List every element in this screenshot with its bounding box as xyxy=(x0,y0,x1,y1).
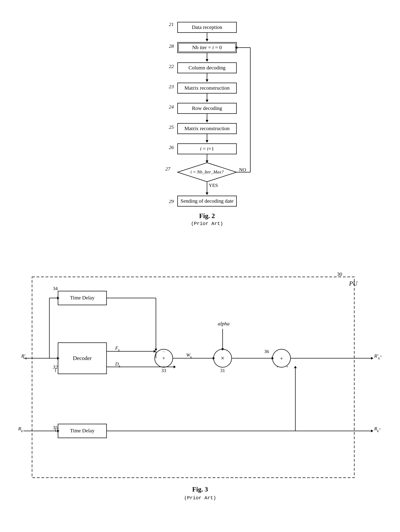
svg-text:33: 33 xyxy=(161,368,166,373)
fig2-container: 21 Data reception 28 Nb iter = i = 0 22 … xyxy=(122,10,278,256)
svg-marker-93 xyxy=(371,357,373,360)
page: 21 Data reception 28 Nb iter = i = 0 22 … xyxy=(0,0,400,532)
svg-text:28: 28 xyxy=(169,44,174,49)
svg-text:24: 24 xyxy=(169,104,174,109)
svg-text:(Prior Art): (Prior Art) xyxy=(191,221,223,226)
svg-text:Nb iter = i = 0: Nb iter = i = 0 xyxy=(192,44,222,50)
svg-text:i = i+1: i = i+1 xyxy=(200,146,214,152)
svg-marker-20 xyxy=(206,100,208,102)
svg-text:Time Delay: Time Delay xyxy=(70,428,94,433)
svg-marker-102 xyxy=(155,349,157,351)
svg-text:−: − xyxy=(162,350,165,354)
svg-text:21: 21 xyxy=(169,22,174,27)
svg-text:25: 25 xyxy=(169,124,174,130)
svg-text:NO: NO xyxy=(239,167,246,172)
svg-text:Column decoding: Column decoding xyxy=(188,65,225,70)
svg-text:YES: YES xyxy=(209,183,218,188)
svg-text:31: 31 xyxy=(220,368,225,373)
svg-text:Time Delay: Time Delay xyxy=(70,295,94,300)
svg-text:29: 29 xyxy=(169,199,174,204)
svg-text:Decoder: Decoder xyxy=(73,355,92,361)
svg-text:(Prior Art): (Prior Art) xyxy=(184,495,216,501)
svg-text:PU: PU xyxy=(349,280,358,287)
svg-text:34: 34 xyxy=(53,286,58,291)
svg-text:22: 22 xyxy=(169,64,174,69)
svg-text:Fig. 2: Fig. 2 xyxy=(199,212,215,219)
svg-marker-46 xyxy=(206,192,208,195)
svg-marker-4 xyxy=(206,39,208,42)
svg-text:+: + xyxy=(162,355,165,361)
svg-text:Row decoding: Row decoding xyxy=(192,105,222,111)
svg-text:alpha: alpha xyxy=(218,321,230,326)
svg-text:Matrix reconstruction: Matrix reconstruction xyxy=(184,85,230,91)
svg-text:Rk+: Rk+ xyxy=(374,426,381,433)
svg-text:23: 23 xyxy=(169,84,174,89)
svg-text:+: + xyxy=(276,364,279,369)
svg-text:+: + xyxy=(286,364,288,369)
svg-text:i = Nb_Iter_Max?: i = Nb_Iter_Max? xyxy=(190,169,224,174)
svg-text:Sending of decoding date: Sending of decoding date xyxy=(181,198,233,204)
svg-text:36: 36 xyxy=(264,349,269,354)
fig3-container: 30 PU 34 Time Delay 32 Decoder 35 Time D… xyxy=(18,270,382,504)
svg-text:+: + xyxy=(280,355,283,361)
svg-text:Fig. 3: Fig. 3 xyxy=(192,486,208,493)
svg-text:Data reception: Data reception xyxy=(192,24,222,30)
svg-text:R'k: R'k xyxy=(21,353,27,360)
svg-text:32: 32 xyxy=(53,364,58,370)
svg-text:×: × xyxy=(221,355,224,362)
svg-marker-30 xyxy=(206,140,208,143)
svg-text:30: 30 xyxy=(337,271,342,277)
svg-marker-82 xyxy=(174,366,176,368)
svg-marker-108 xyxy=(294,366,297,368)
svg-marker-25 xyxy=(206,120,208,122)
svg-text:Rk: Rk xyxy=(18,426,23,433)
svg-rect-52 xyxy=(32,277,354,478)
svg-marker-110 xyxy=(371,430,373,432)
svg-text:26: 26 xyxy=(169,145,174,150)
svg-text:27: 27 xyxy=(165,166,170,171)
svg-text:Matrix reconstruction: Matrix reconstruction xyxy=(184,126,230,131)
svg-marker-15 xyxy=(206,79,208,82)
svg-text:R'k+: R'k+ xyxy=(374,353,382,360)
svg-marker-10 xyxy=(206,59,208,62)
